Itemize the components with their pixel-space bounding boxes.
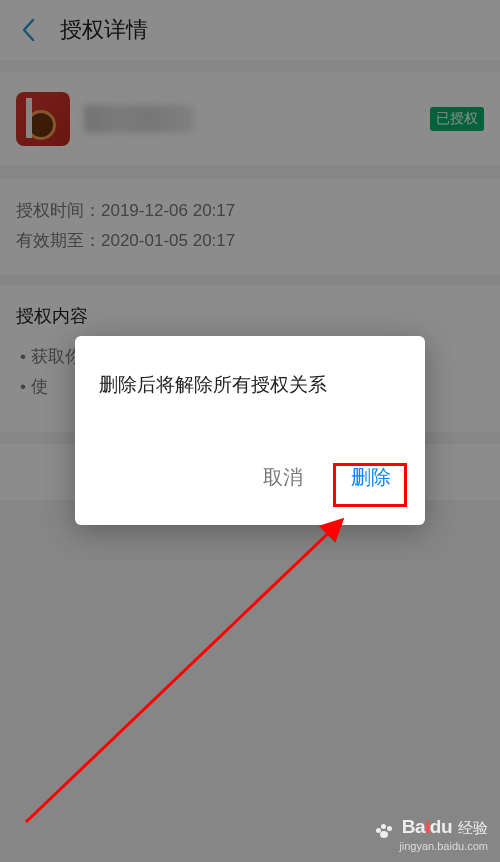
cancel-button[interactable]: 取消 (259, 458, 307, 497)
modal-overlay: 删除后将解除所有授权关系 取消 删除 Baidu 经验 jingyan.baid… (0, 0, 500, 862)
svg-line-0 (26, 522, 340, 822)
dialog-actions: 取消 删除 (75, 458, 425, 525)
watermark-cn: 经验 (458, 819, 488, 838)
confirm-dialog: 删除后将解除所有授权关系 取消 删除 (75, 336, 425, 525)
watermark-brand: Baidu (402, 816, 452, 838)
delete-button[interactable]: 删除 (343, 458, 399, 497)
dialog-message: 删除后将解除所有授权关系 (75, 336, 425, 458)
watermark-url: jingyan.baidu.com (376, 840, 488, 852)
watermark: Baidu 经验 jingyan.baidu.com (376, 816, 488, 852)
paw-icon (376, 824, 394, 838)
